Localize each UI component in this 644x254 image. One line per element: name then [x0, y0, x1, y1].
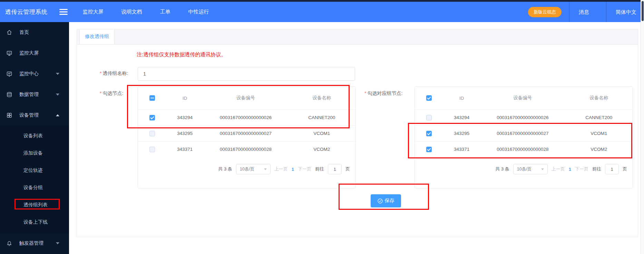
chevron-down-icon [56, 242, 59, 244]
table-row: 343295 00031670000000000027 VCOM1 [415, 125, 633, 141]
save-button[interactable]: 保存 [371, 194, 401, 207]
table-row: 343294 00031670000000000026 CANNET200 [415, 109, 633, 125]
cell-id: 343294 [443, 115, 480, 120]
sidebar-item-label: 监控大屏 [19, 50, 39, 56]
required-mark: * [100, 70, 101, 76]
sidebar-item-label: 数据管理 [19, 91, 39, 98]
table-row: 343295 00031670000000000027 VCOM1 [138, 125, 355, 141]
monitor-chart-icon [6, 71, 12, 77]
sidebar-item-passthrough-group-list[interactable]: 透传组列表 [0, 196, 69, 214]
select-all-checkbox[interactable] [426, 95, 432, 101]
sidebar-item-monitor-screen[interactable]: 监控大屏 [0, 43, 69, 63]
page-scrollbar[interactable] [641, 0, 644, 254]
cell-device-name: CANNET200 [288, 115, 355, 120]
goto-label: 前往 [315, 166, 324, 172]
cell-device-name: VCOM2 [288, 147, 355, 152]
sidebar-item-device-group[interactable]: 设备分组 [0, 179, 69, 196]
page-unit-label: 页 [623, 166, 627, 172]
page-unit-label: 页 [345, 166, 350, 172]
sidebar-item-label: 监控中心 [19, 71, 39, 77]
cell-id: 343295 [443, 131, 480, 136]
select-nodes-label: *勾选节点: [100, 90, 123, 97]
sidebar-item-device-list[interactable]: 设备列表 [0, 127, 69, 145]
sidebar-item-location-track[interactable]: 定位轨迹 [0, 162, 69, 179]
main-nav: 监控大屏 说明文档 工单 中性运行 [83, 9, 209, 15]
pagination: 共 3 条 10条/页 上一页 1 下一页 前往 页 [218, 164, 350, 174]
required-mark: * [100, 90, 101, 96]
table-row: 343294 00031670000000000026 CANNET200 [138, 109, 355, 125]
current-page-number[interactable]: 1 [569, 167, 571, 172]
prev-page-button[interactable]: 上一页 [274, 166, 288, 172]
next-page-button[interactable]: 下一页 [575, 166, 588, 172]
sidebar-item-data-management[interactable]: 数据管理 [0, 84, 69, 105]
column-header-device-name: 设备名称 [565, 95, 633, 101]
screen: 透传云管理系统 监控大屏 说明文档 工单 中性运行 新版云组态 消息 简体中文 … [0, 0, 644, 254]
cell-device-code: 00031670000000000027 [203, 131, 288, 136]
cell-device-code: 00031670000000000026 [480, 115, 565, 120]
left-table-panel: ID 设备编号 设备名称 343294 00031670000000000026… [138, 86, 356, 188]
goto-page-input[interactable] [605, 164, 619, 174]
row-checkbox[interactable] [426, 115, 432, 120]
required-mark: * [364, 90, 366, 96]
sidebar-item-add-device[interactable]: 添加设备 [0, 145, 69, 162]
hamburger-menu-icon[interactable] [59, 9, 68, 15]
chevron-down-icon [56, 94, 59, 96]
messages-link[interactable]: 消息 [569, 2, 598, 22]
current-page-number[interactable]: 1 [292, 167, 294, 172]
cell-device-code: 00031670000000000026 [203, 115, 288, 120]
device-management-submenu: 设备列表 添加设备 定位轨迹 设备分组 透传组列表 设备上下线 [0, 126, 69, 233]
cell-device-name: VCOM1 [565, 131, 633, 136]
column-header-id: ID [443, 96, 480, 101]
protocol-note: 注:透传组仅支持数据透传的通讯协议。 [137, 51, 226, 58]
row-checkbox[interactable] [149, 131, 155, 136]
column-header-id: ID [166, 96, 203, 101]
grid-icon [6, 112, 12, 118]
chevron-down-icon [56, 73, 59, 75]
monitor-icon [6, 50, 12, 56]
chevron-up-icon [56, 114, 59, 116]
nav-item-monitor-screen[interactable]: 监控大屏 [83, 9, 104, 15]
content-card: 修改透传组 注:透传组仅支持数据透传的通讯协议。 *透传组名称: *勾选节点: … [77, 29, 638, 237]
scrollbar-thumb[interactable] [642, 1, 644, 21]
sidebar-item-device-online-offline[interactable]: 设备上下线 [0, 214, 69, 231]
goto-label: 前往 [592, 166, 601, 172]
column-header-device-name: 设备名称 [288, 95, 355, 101]
select-all-checkbox[interactable] [149, 95, 155, 101]
language-selector[interactable]: 简体中文 [606, 2, 644, 22]
chevron-down-icon [541, 168, 544, 170]
database-icon [6, 91, 12, 98]
prev-page-button[interactable]: 上一页 [552, 166, 565, 172]
row-checkbox[interactable] [426, 147, 432, 152]
table-row: 343371 00031670000000000028 VCOM2 [138, 141, 355, 157]
new-cloud-scada-button[interactable]: 新版云组态 [528, 7, 562, 17]
row-checkbox[interactable] [426, 131, 432, 136]
nav-item-neutral-run[interactable]: 中性运行 [188, 9, 209, 15]
nav-item-docs[interactable]: 说明文档 [121, 9, 142, 15]
cell-id: 343371 [443, 147, 480, 152]
page-size-select[interactable]: 10条/页 [236, 164, 271, 174]
goto-page-input[interactable] [328, 164, 342, 174]
table-header-row: ID 设备编号 设备名称 [415, 87, 633, 109]
sidebar-item-label: 触发器管理 [19, 240, 43, 246]
bell-icon [6, 240, 12, 246]
cell-id: 343294 [166, 115, 203, 120]
tab-edit-passthrough-group[interactable]: 修改透传组 [79, 29, 115, 44]
cell-id: 343371 [166, 147, 203, 152]
sidebar-item-trigger-management[interactable]: 触发器管理 [0, 233, 69, 254]
total-count: 共 3 条 [495, 166, 509, 172]
sidebar-item-home[interactable]: 首页 [0, 22, 69, 43]
group-name-input[interactable] [138, 67, 355, 81]
sidebar-item-device-management[interactable]: 设备管理 [0, 105, 69, 126]
cell-device-code: 00031670000000000027 [480, 131, 565, 136]
chevron-down-icon [264, 168, 267, 170]
page-size-select[interactable]: 10条/页 [513, 164, 548, 174]
nav-item-work-order[interactable]: 工单 [160, 9, 170, 15]
home-icon [6, 29, 12, 36]
next-page-button[interactable]: 下一页 [298, 166, 311, 172]
row-checkbox[interactable] [149, 115, 155, 120]
row-checkbox[interactable] [149, 147, 155, 152]
sidebar-item-monitor-center[interactable]: 监控中心 [0, 63, 69, 84]
group-name-label: *透传组名称: [100, 70, 128, 77]
select-group-nodes-label: *勾选对应组节点: [364, 90, 402, 97]
app-title: 透传云管理系统 [5, 8, 48, 16]
